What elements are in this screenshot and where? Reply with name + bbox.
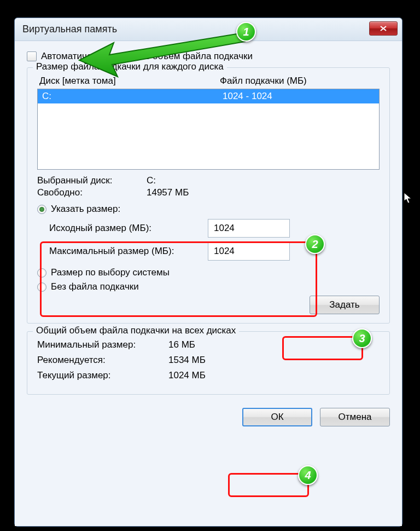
system-size-radio-row[interactable]: Размер по выбору системы xyxy=(37,267,380,278)
no-pagefile-radio-row[interactable]: Без файла подкачки xyxy=(37,281,380,292)
initial-size-row: Исходный размер (МБ): xyxy=(49,219,380,238)
selected-drive-value: C: xyxy=(147,175,156,186)
min-size-row: Минимальный размер: 16 МБ xyxy=(37,339,380,350)
free-space-row: Свободно: 14957 МБ xyxy=(37,187,380,198)
initial-size-input[interactable] xyxy=(208,219,290,238)
close-button[interactable] xyxy=(369,21,398,36)
totals-group: Общий объем файла подкачки на всех диска… xyxy=(27,331,390,395)
cur-size-label: Текущий размер: xyxy=(37,370,168,381)
dialog-title: Виртуальная память xyxy=(22,24,117,35)
custom-size-radio[interactable] xyxy=(37,205,46,214)
auto-manage-checkbox[interactable] xyxy=(27,51,37,61)
list-headers: Диск [метка тома] Файл подкачки (МБ) xyxy=(37,76,380,86)
selected-drive-label: Выбранный диск: xyxy=(37,175,147,186)
max-size-label: Максимальный размер (МБ): xyxy=(49,246,208,257)
header-pagefile: Файл подкачки (МБ) xyxy=(220,76,377,86)
list-item[interactable]: C: 1024 - 1024 xyxy=(38,89,379,103)
virtual-memory-dialog: Виртуальная память Автоматически выбират… xyxy=(14,18,402,527)
no-pagefile-label: Без файла подкачки xyxy=(51,281,139,292)
cursor-icon xyxy=(404,192,413,204)
rec-size-value: 1534 МБ xyxy=(168,355,206,366)
no-pagefile-radio[interactable] xyxy=(37,282,46,292)
close-icon xyxy=(380,25,387,32)
max-size-row: Максимальный размер (МБ): xyxy=(49,242,380,261)
custom-size-label: Указать размер: xyxy=(51,204,120,215)
per-drive-legend: Размер файла подкачки для каждого диска xyxy=(33,61,227,72)
header-disk: Диск [метка тома] xyxy=(39,76,220,86)
dialog-buttons: ОК Отмена xyxy=(27,408,390,426)
per-drive-group: Размер файла подкачки для каждого диска … xyxy=(27,67,390,324)
cancel-button[interactable]: Отмена xyxy=(320,408,390,426)
ok-button[interactable]: ОК xyxy=(242,408,312,426)
min-size-value: 16 МБ xyxy=(168,339,195,350)
cell-disk: C: xyxy=(42,91,223,102)
max-size-input[interactable] xyxy=(208,242,290,261)
rec-size-label: Рекомендуется: xyxy=(37,355,168,366)
cell-pagefile: 1024 - 1024 xyxy=(223,91,375,102)
initial-size-label: Исходный размер (МБ): xyxy=(49,223,208,234)
min-size-label: Минимальный размер: xyxy=(37,339,168,350)
totals-legend: Общий объем файла подкачки на всех диска… xyxy=(33,325,239,336)
system-size-radio[interactable] xyxy=(37,268,46,278)
set-button[interactable]: Задать xyxy=(310,296,380,314)
auto-manage-label: Автоматически выбирать объем файла подка… xyxy=(41,51,253,62)
free-space-label: Свободно: xyxy=(37,187,147,198)
system-size-label: Размер по выбору системы xyxy=(51,267,170,278)
cur-size-row: Текущий размер: 1024 МБ xyxy=(37,370,380,381)
auto-manage-row[interactable]: Автоматически выбирать объем файла подка… xyxy=(27,51,390,62)
free-space-value: 14957 МБ xyxy=(147,187,189,198)
selected-drive-row: Выбранный диск: C: xyxy=(37,175,380,186)
titlebar[interactable]: Виртуальная память xyxy=(15,18,402,41)
cur-size-value: 1024 МБ xyxy=(168,370,206,381)
dialog-content: Автоматически выбирать объем файла подка… xyxy=(15,41,402,526)
custom-size-radio-row[interactable]: Указать размер: xyxy=(37,204,380,215)
rec-size-row: Рекомендуется: 1534 МБ xyxy=(37,355,380,366)
drive-listbox[interactable]: C: 1024 - 1024 xyxy=(37,89,380,170)
